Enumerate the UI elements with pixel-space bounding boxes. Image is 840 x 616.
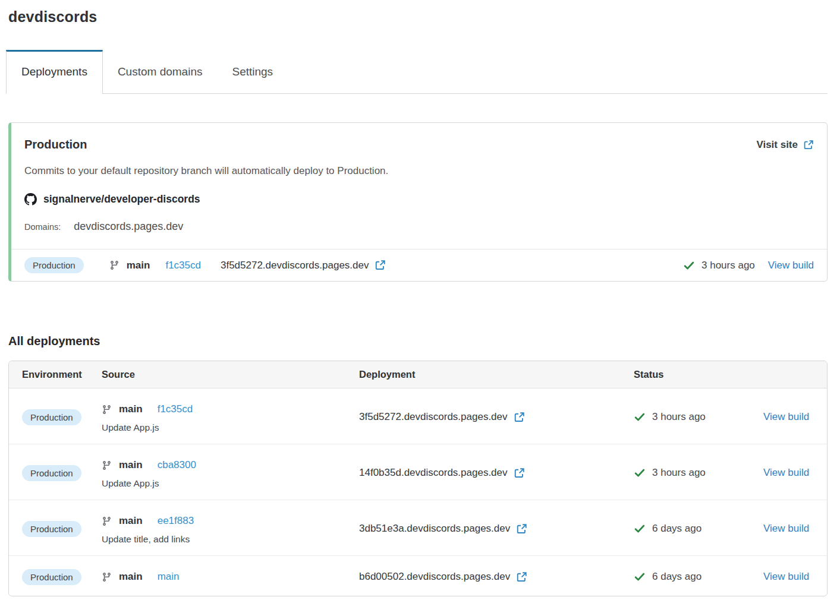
column-header-environment: Environment bbox=[22, 369, 102, 380]
external-link-icon[interactable] bbox=[514, 467, 525, 479]
branch-name: main bbox=[119, 459, 143, 471]
check-icon bbox=[634, 523, 646, 535]
actions-cell: View build bbox=[763, 568, 814, 585]
commit-link[interactable]: cba8300 bbox=[158, 459, 196, 471]
table-row: Production main cba8300 Update App.js 14… bbox=[9, 444, 827, 500]
deployment-cell: 3f5d5272.devdiscords.pages.dev bbox=[359, 401, 634, 433]
status-time: 3 hours ago bbox=[652, 467, 706, 479]
page-title: devdiscords bbox=[8, 8, 828, 26]
domains-label: Domains: bbox=[24, 222, 61, 232]
deployment-cell: b6d00502.devdiscords.pages.dev bbox=[359, 568, 634, 585]
commit-message: Update App.js bbox=[102, 478, 359, 489]
actions-cell: View build bbox=[763, 401, 814, 433]
table-row: Production main f1c35cd Update App.js 3f… bbox=[9, 388, 827, 444]
external-link-icon[interactable] bbox=[514, 412, 525, 423]
git-branch-icon bbox=[109, 260, 119, 270]
deployment-url: 3f5d5272.devdiscords.pages.dev bbox=[221, 260, 369, 271]
deployment-cell: 3db51e3a.devdiscords.pages.dev bbox=[359, 513, 634, 545]
environment-cell: Production bbox=[22, 568, 102, 585]
source-cell: main f1c35cd Update App.js bbox=[102, 401, 359, 433]
status-cell: 6 days ago bbox=[634, 513, 763, 545]
domains-row: Domains: devdiscords.pages.dev bbox=[24, 220, 814, 249]
view-build-link[interactable]: View build bbox=[763, 411, 809, 423]
environment-cell: Production bbox=[22, 513, 102, 545]
tab-custom-domains[interactable]: Custom domains bbox=[103, 50, 218, 93]
status-cell: 3 hours ago bbox=[634, 457, 763, 489]
status-time: 3 hours ago bbox=[701, 260, 755, 271]
external-link-icon bbox=[803, 140, 814, 150]
source-cell: main main bbox=[102, 568, 359, 585]
git-branch-icon bbox=[102, 516, 112, 526]
deployments-table: Environment Source Deployment Status Pro… bbox=[8, 361, 828, 596]
branch-name: main bbox=[119, 515, 143, 527]
column-header-deployment: Deployment bbox=[359, 369, 634, 380]
check-icon bbox=[634, 571, 646, 583]
commit-link[interactable]: main bbox=[158, 571, 180, 583]
source-cell: main ee1f883 Update title, add links bbox=[102, 513, 359, 545]
git-branch-icon bbox=[102, 572, 112, 582]
page-root: devdiscords Deployments Custom domains S… bbox=[0, 8, 840, 596]
production-card: Production Visit site Commits to your de… bbox=[8, 122, 828, 282]
repo-row: signalnerve/developer-discords bbox=[24, 193, 814, 206]
deployment-cell: 14f0b35d.devdiscords.pages.dev bbox=[359, 457, 634, 489]
column-header-status: Status bbox=[634, 369, 763, 380]
status-time: 6 days ago bbox=[652, 523, 701, 535]
visit-site-label: Visit site bbox=[756, 139, 798, 151]
commit-link[interactable]: ee1f883 bbox=[158, 515, 194, 527]
production-card-title: Production bbox=[24, 138, 87, 151]
environment-badge: Production bbox=[22, 409, 81, 425]
actions-cell: View build bbox=[763, 513, 814, 545]
check-icon bbox=[634, 411, 646, 423]
git-branch-icon bbox=[102, 460, 112, 470]
git-branch-icon bbox=[102, 405, 112, 415]
tab-settings[interactable]: Settings bbox=[217, 50, 288, 93]
table-header: Environment Source Deployment Status bbox=[9, 361, 827, 388]
source-cell: main cba8300 Update App.js bbox=[102, 457, 359, 489]
table-row: Production main main b6d00502.devdiscord… bbox=[9, 556, 827, 596]
status-time: 6 days ago bbox=[652, 571, 701, 583]
table-row: Production main ee1f883 Update title, ad… bbox=[9, 500, 827, 556]
external-link-icon[interactable] bbox=[516, 523, 527, 535]
view-build-link[interactable]: View build bbox=[768, 260, 814, 271]
github-icon bbox=[24, 193, 37, 206]
check-icon bbox=[634, 467, 646, 479]
environment-cell: Production bbox=[22, 401, 102, 433]
column-header-actions bbox=[763, 369, 814, 380]
tab-deployments[interactable]: Deployments bbox=[6, 50, 103, 94]
environment-badge: Production bbox=[22, 569, 81, 585]
view-build-link[interactable]: View build bbox=[763, 571, 809, 583]
commit-link[interactable]: f1c35cd bbox=[165, 260, 201, 271]
branch-name: main bbox=[119, 571, 143, 583]
status-group: 3 hours ago bbox=[683, 260, 755, 271]
status-cell: 6 days ago bbox=[634, 568, 763, 585]
column-header-source: Source bbox=[102, 369, 359, 380]
all-deployments-title: All deployments bbox=[8, 334, 828, 348]
commit-message: Update title, add links bbox=[102, 534, 359, 545]
external-link-icon[interactable] bbox=[375, 260, 386, 271]
deployment-url: 3f5d5272.devdiscords.pages.dev bbox=[359, 411, 508, 423]
production-description: Commits to your default repository branc… bbox=[24, 165, 814, 177]
environment-badge: Production bbox=[24, 257, 84, 273]
status-cell: 3 hours ago bbox=[634, 401, 763, 433]
view-build-link[interactable]: View build bbox=[763, 467, 809, 479]
visit-site-link[interactable]: Visit site bbox=[756, 139, 814, 151]
tab-bar: Deployments Custom domains Settings bbox=[6, 50, 828, 94]
environment-badge: Production bbox=[22, 521, 81, 537]
deployment-url: 3db51e3a.devdiscords.pages.dev bbox=[359, 523, 510, 535]
environment-cell: Production bbox=[22, 457, 102, 489]
commit-link[interactable]: f1c35cd bbox=[158, 403, 193, 415]
branch-name: main bbox=[127, 260, 150, 271]
deployment-url: 14f0b35d.devdiscords.pages.dev bbox=[359, 467, 508, 479]
environment-badge: Production bbox=[22, 465, 81, 481]
commit-message: Update App.js bbox=[102, 422, 359, 433]
repo-name: signalnerve/developer-discords bbox=[43, 193, 200, 206]
deployment-url: b6d00502.devdiscords.pages.dev bbox=[359, 571, 510, 583]
check-icon bbox=[683, 260, 695, 271]
status-time: 3 hours ago bbox=[652, 411, 706, 423]
external-link-icon[interactable] bbox=[516, 571, 527, 583]
view-build-link[interactable]: View build bbox=[763, 523, 809, 535]
actions-cell: View build bbox=[763, 457, 814, 489]
branch-name: main bbox=[119, 403, 143, 415]
domains-value: devdiscords.pages.dev bbox=[74, 220, 183, 233]
production-deployment-row: Production main f1c35cd 3f5d5272.devdisc… bbox=[11, 249, 827, 281]
